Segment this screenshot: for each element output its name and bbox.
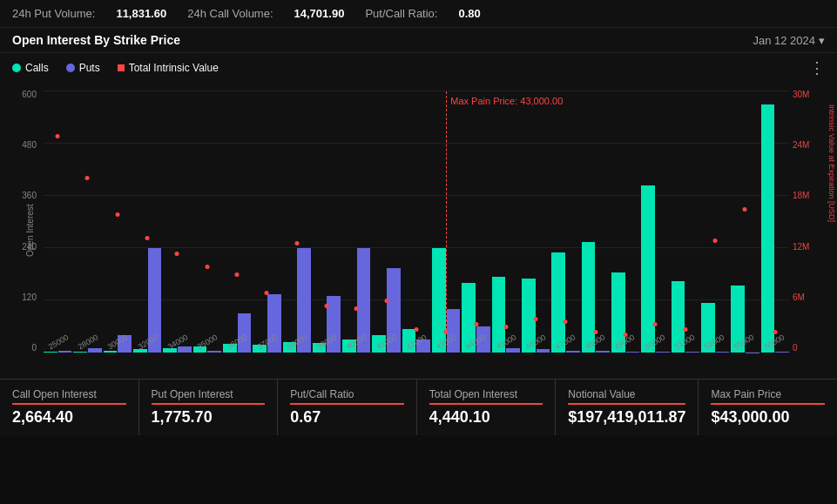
stat-value: 2,664.40 bbox=[12, 408, 126, 427]
ratio-value: 0.80 bbox=[458, 7, 480, 20]
bar-group bbox=[402, 91, 430, 353]
stat-label: Put Open Interest bbox=[152, 388, 266, 405]
intrinsic-dot bbox=[118, 64, 125, 71]
legend-intrinsic: Total Intrinsic Value bbox=[118, 62, 219, 74]
y-right-axis-label: Intrinsic Value at Expiration [USD] bbox=[828, 104, 837, 222]
y-right-tick: 12M bbox=[793, 242, 834, 252]
x-label: 32000 bbox=[132, 331, 163, 353]
bar-group bbox=[163, 91, 191, 353]
stat-value: 1,775.70 bbox=[152, 408, 266, 427]
x-label: 51000 bbox=[670, 331, 700, 353]
x-axis: 2500028000300003200034000350003600037000… bbox=[44, 331, 789, 353]
intrinsic-dot bbox=[294, 241, 299, 245]
intrinsic-dot bbox=[354, 306, 359, 311]
puts-label: Puts bbox=[79, 62, 100, 74]
bar-group bbox=[253, 91, 280, 353]
stat-label: Call Open Interest bbox=[12, 388, 126, 405]
bar-group bbox=[672, 91, 699, 353]
x-label: 49000 bbox=[610, 331, 640, 353]
open-interest-axis-label: Open Interest bbox=[25, 205, 35, 257]
more-options-icon[interactable]: ⋮ bbox=[809, 58, 825, 77]
x-label: 48000 bbox=[580, 331, 611, 353]
intrinsic-dot bbox=[175, 252, 179, 256]
intrinsic-dot bbox=[205, 265, 209, 269]
intrinsic-dot bbox=[235, 272, 240, 277]
put-volume-label: 24h Put Volume: bbox=[12, 7, 95, 20]
calls-dot bbox=[12, 64, 21, 72]
stat-item: Total Open Interest4,440.10 bbox=[417, 380, 557, 435]
y-right-tick: 0 bbox=[793, 343, 834, 353]
stat-value: 0.67 bbox=[290, 408, 404, 427]
bar-group bbox=[283, 91, 311, 353]
bar-group bbox=[104, 91, 132, 353]
bar-group bbox=[701, 91, 729, 353]
x-label: 41000 bbox=[371, 331, 402, 353]
x-label: 39000 bbox=[312, 331, 342, 353]
intrinsic-dot bbox=[115, 212, 119, 217]
y-left-tick: 120 bbox=[3, 292, 40, 302]
bar-group bbox=[313, 91, 341, 353]
intrinsic-dot bbox=[564, 319, 568, 324]
max-pain-label: Max Pain Price: 43,000.00 bbox=[450, 96, 563, 106]
stat-value: $197,419,011.87 bbox=[568, 408, 685, 427]
x-label: 30000 bbox=[103, 331, 133, 353]
x-label: 55000 bbox=[729, 331, 759, 353]
x-label: 28000 bbox=[73, 331, 104, 353]
call-volume-value: 14,701.90 bbox=[294, 7, 345, 20]
chart-header: Open Interest By Strike Price Jan 12 202… bbox=[0, 28, 837, 53]
intrinsic-dot bbox=[384, 299, 388, 303]
stat-item: Call Open Interest2,664.40 bbox=[0, 380, 139, 435]
stat-label: Notional Value bbox=[568, 388, 685, 405]
stat-item: Notional Value$197,419,011.87 bbox=[556, 380, 699, 435]
call-volume-label: 24h Call Volume: bbox=[187, 7, 273, 20]
stat-item: Max Pain Price$43,000.00 bbox=[699, 380, 837, 435]
bottom-stats: Call Open Interest2,664.40Put Open Inter… bbox=[0, 379, 837, 435]
x-label: 43000 bbox=[431, 331, 462, 353]
max-pain-line: Max Pain Price: 43,000.00 bbox=[446, 91, 447, 331]
bars-container bbox=[44, 91, 789, 353]
stat-value: 4,440.10 bbox=[429, 408, 543, 427]
bar-group bbox=[193, 91, 221, 353]
ratio-label: Put/Call Ratio: bbox=[365, 7, 437, 20]
x-label: 47000 bbox=[550, 331, 581, 353]
intrinsic-dot bbox=[474, 322, 478, 326]
y-axis-right: 30M24M18M12M6M0Intrinsic Value at Expira… bbox=[789, 83, 837, 353]
bar-group bbox=[372, 91, 400, 353]
puts-dot bbox=[66, 64, 75, 72]
y-left-tick: 0 bbox=[3, 343, 40, 353]
intrinsic-dot bbox=[534, 317, 538, 321]
legend-puts: Puts bbox=[66, 62, 100, 74]
x-label: 45000 bbox=[490, 331, 521, 353]
stat-value: $43,000.00 bbox=[711, 408, 825, 427]
stat-item: Put Open Interest1,775.70 bbox=[139, 380, 279, 435]
bar-call bbox=[641, 185, 655, 353]
x-label: 35000 bbox=[192, 331, 223, 353]
intrinsic-label: Total Intrinsic Value bbox=[129, 62, 219, 74]
intrinsic-dot bbox=[503, 325, 508, 329]
intrinsic-dot bbox=[653, 322, 658, 326]
intrinsic-dot bbox=[743, 207, 747, 212]
intrinsic-dot bbox=[85, 176, 90, 180]
x-label: 60000 bbox=[759, 331, 789, 353]
stat-item: Put/Call Ratio0.67 bbox=[278, 380, 417, 435]
y-right-tick: 6M bbox=[793, 292, 834, 302]
bar-group bbox=[44, 91, 71, 353]
intrinsic-dot bbox=[324, 304, 328, 308]
bar-group bbox=[551, 91, 579, 353]
y-left-tick: 600 bbox=[3, 90, 40, 99]
top-bar: 24h Put Volume: 11,831.60 24h Call Volum… bbox=[0, 0, 837, 28]
bar-group bbox=[522, 91, 550, 353]
bar-group bbox=[641, 91, 669, 353]
stat-label: Total Open Interest bbox=[429, 388, 543, 405]
intrinsic-dot bbox=[713, 239, 718, 243]
bar-group bbox=[492, 91, 520, 353]
intrinsic-dot bbox=[265, 291, 269, 295]
y-left-tick: 480 bbox=[3, 140, 40, 150]
legend-calls: Calls bbox=[12, 62, 49, 74]
bar-group bbox=[342, 91, 370, 353]
bar-call bbox=[761, 104, 775, 353]
chart-date[interactable]: Jan 12 2024 ▾ bbox=[753, 34, 825, 47]
y-left-tick: 240 bbox=[3, 242, 40, 252]
chart-inner: Max Pain Price: 43,000.00 25000280003000… bbox=[44, 91, 789, 353]
chart-area: 6004803602401200 30M24M18M12M6M0Intrinsi… bbox=[0, 83, 837, 379]
